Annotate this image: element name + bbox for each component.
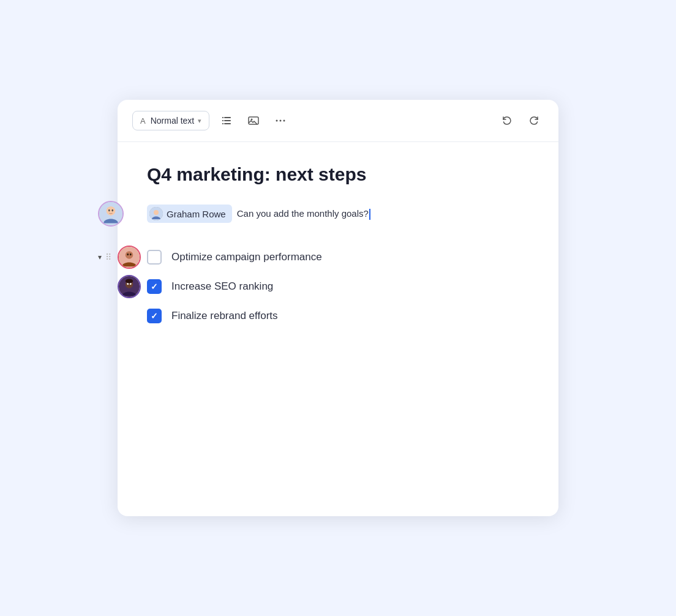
comment-user-avatar [98, 201, 124, 227]
item-1-chevron-icon[interactable]: ▾ [98, 253, 102, 261]
svg-rect-1 [224, 120, 231, 121]
svg-point-21 [130, 254, 132, 256]
comment-content: Graham Rowe Can you add the monthly goal… [147, 205, 370, 223]
text-format-button[interactable]: A Normal text ▾ [132, 111, 209, 130]
svg-point-8 [276, 120, 278, 122]
list-icon [220, 115, 233, 127]
image-icon [247, 115, 260, 127]
comment-row: Graham Rowe Can you add the monthly goal… [147, 205, 529, 223]
mention-chip: Graham Rowe [147, 205, 232, 223]
svg-rect-0 [224, 117, 231, 118]
svg-rect-6 [249, 117, 258, 124]
item-2-text: Increase SEO ranking [171, 280, 273, 293]
scene: A Normal text ▾ [93, 45, 583, 571]
svg-point-15 [111, 209, 113, 212]
item-1-face-svg [119, 247, 140, 268]
document-title: Q4 marketing: next steps [147, 164, 529, 185]
text-format-chevron-icon: ▾ [198, 117, 201, 125]
mention-face-svg [149, 207, 163, 220]
text-cursor [369, 209, 370, 220]
item-2-checkbox[interactable] [147, 279, 162, 294]
comment-text: Can you add the monthly goals? [237, 207, 370, 221]
main-card: A Normal text ▾ [118, 100, 558, 516]
checklist-item-1: ▾ ⠿ Optimize campaign [147, 242, 529, 272]
mention-avatar [149, 207, 163, 220]
redo-icon [528, 115, 540, 127]
mention-name: Graham Rowe [167, 209, 226, 219]
svg-point-14 [108, 209, 110, 212]
svg-point-13 [107, 206, 115, 215]
toolbar: A Normal text ▾ [118, 100, 558, 142]
svg-rect-2 [224, 123, 231, 124]
item-1-controls: ▾ ⠿ [98, 252, 112, 262]
svg-point-20 [127, 254, 129, 256]
item-1-drag-handle[interactable]: ⠿ [105, 252, 112, 262]
checklist: ▾ ⠿ Optimize campaign [147, 242, 529, 331]
item-2-avatar [118, 275, 141, 298]
svg-point-26 [126, 279, 133, 283]
text-format-label: Normal text [151, 116, 195, 126]
svg-rect-3 [222, 117, 223, 118]
more-options-button[interactable] [271, 111, 290, 130]
svg-point-19 [126, 251, 133, 259]
checklist-item-3: Finalize rebrand efforts [147, 301, 529, 331]
item-1-avatar [118, 246, 141, 269]
undo-icon [501, 115, 513, 127]
graham-face-svg [99, 202, 122, 225]
image-button[interactable] [244, 111, 263, 130]
comment-avatar-wrapper [98, 201, 124, 227]
svg-point-10 [284, 120, 285, 122]
more-icon [274, 115, 287, 127]
item-1-text: Optimize campaign performance [171, 251, 322, 263]
svg-rect-4 [222, 120, 223, 121]
checklist-item-2: Increase SEO ranking [147, 272, 529, 301]
redo-button[interactable] [524, 111, 544, 130]
svg-rect-5 [222, 123, 223, 124]
svg-point-17 [154, 210, 159, 215]
text-format-a-icon: A [140, 116, 146, 126]
svg-point-9 [280, 120, 282, 122]
svg-point-7 [251, 119, 253, 121]
item-3-text: Finalize rebrand efforts [171, 310, 278, 322]
list-button[interactable] [217, 111, 236, 130]
undo-button[interactable] [497, 111, 517, 130]
item-1-checkbox[interactable] [147, 250, 162, 265]
item-2-face-svg [119, 276, 140, 297]
document-content: Q4 marketing: next steps [118, 142, 558, 360]
item-3-checkbox[interactable] [147, 309, 162, 323]
